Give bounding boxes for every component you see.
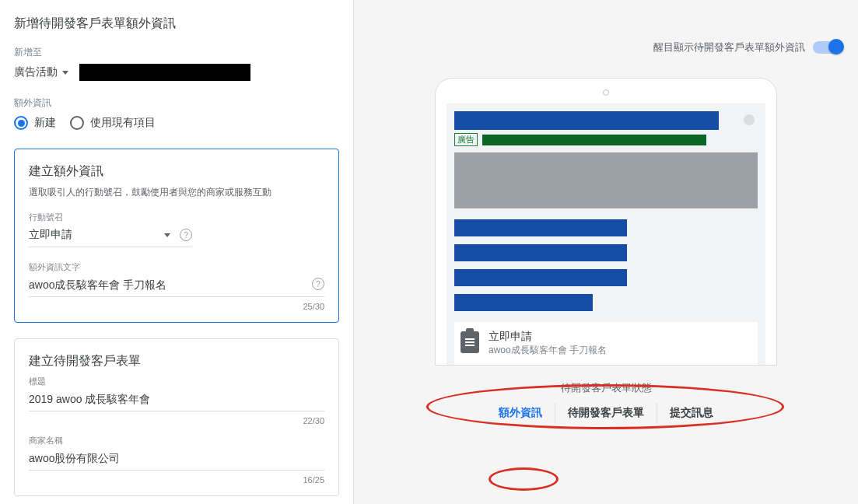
card-title: 建立額外資訊 xyxy=(29,163,324,180)
cta-select[interactable]: 立即申請 ? xyxy=(29,228,192,247)
chevron-down-icon xyxy=(164,233,170,237)
extension-text-label: 額外資訊文字 xyxy=(29,261,324,273)
radio-existing-label: 使用現有項目 xyxy=(90,116,156,130)
extension-text-counter: 25/30 xyxy=(29,302,324,311)
card-build-form: 建立待開發客戶表單 標題 22/30 商家名稱 16/25 xyxy=(14,338,339,496)
preview-cta-main: 立即申請 xyxy=(489,330,607,344)
business-label: 商家名稱 xyxy=(29,435,324,446)
info-icon xyxy=(744,114,755,125)
help-icon[interactable]: ? xyxy=(180,229,192,241)
annotation-oval-tab xyxy=(489,467,559,491)
preview-toggle-label: 醒目顯示待開發客戶表單額外資訊 xyxy=(653,40,805,54)
extra-section-label: 額外資訊 xyxy=(14,96,339,110)
headline-input[interactable] xyxy=(29,394,324,406)
preview-line xyxy=(454,244,627,261)
chevron-down-icon xyxy=(62,71,68,75)
redacted-campaign-name xyxy=(79,64,250,81)
business-counter: 16/25 xyxy=(29,475,324,485)
preview-toggle[interactable] xyxy=(813,41,842,54)
preview-line xyxy=(454,219,627,236)
device-preview: 廣告 立即申請 awoo成長駭客年會 手刀報名 xyxy=(435,78,777,366)
level-dropdown[interactable]: 廣告活動 xyxy=(14,65,68,79)
preview-cta-sub: awoo成長駭客年會 手刀報名 xyxy=(489,344,607,357)
preview-line xyxy=(454,294,593,311)
annotation-oval-preview xyxy=(426,384,784,429)
radio-icon xyxy=(70,116,84,130)
preview-line xyxy=(454,269,627,286)
card-subtitle: 選取吸引人的行動號召，鼓勵使用者與您的商家或服務互動 xyxy=(29,186,324,199)
help-icon[interactable]: ? xyxy=(312,278,324,290)
camera-icon xyxy=(603,89,609,96)
extension-text-input[interactable] xyxy=(29,279,324,292)
radio-existing[interactable]: 使用現有項目 xyxy=(70,116,156,130)
ad-badge: 廣告 xyxy=(454,133,478,146)
preview-cta-row: 立即申請 awoo成長駭客年會 手刀報名 xyxy=(454,322,758,365)
level-dropdown-value: 廣告活動 xyxy=(14,65,58,79)
add-to-label: 新增至 xyxy=(14,46,339,59)
radio-new-label: 新建 xyxy=(34,116,56,130)
card-title: 建立待開發客戶表單 xyxy=(29,353,324,369)
headline-label: 標題 xyxy=(29,376,324,387)
clipboard-icon xyxy=(461,331,479,353)
business-input[interactable] xyxy=(29,453,324,465)
preview-description-block xyxy=(454,152,758,208)
page-title: 新增待開發客戶表單額外資訊 xyxy=(14,16,339,32)
radio-new[interactable]: 新建 xyxy=(14,116,56,130)
radio-icon xyxy=(14,116,28,130)
headline-counter: 22/30 xyxy=(29,416,324,425)
preview-url-bar xyxy=(482,135,706,145)
cta-select-value: 立即申請 xyxy=(29,228,155,242)
cta-label: 行動號召 xyxy=(29,212,324,223)
card-build-extension: 建立額外資訊 選取吸引人的行動號召，鼓勵使用者與您的商家或服務互動 行動號召 立… xyxy=(14,149,339,323)
preview-headline-bar xyxy=(454,111,719,130)
